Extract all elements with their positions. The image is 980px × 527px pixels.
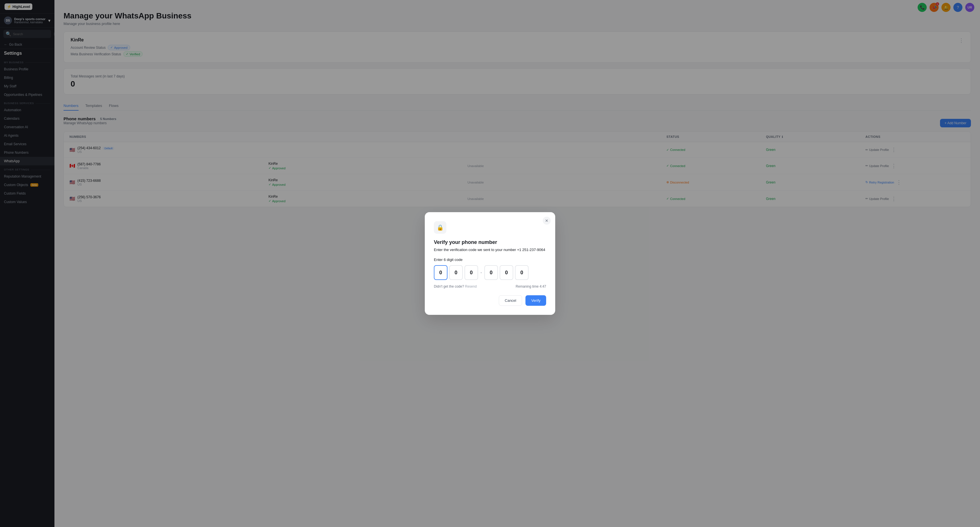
cancel-button[interactable]: Cancel bbox=[499, 295, 522, 306]
lock-icon: 🔒 bbox=[434, 221, 446, 234]
code-inputs: - bbox=[434, 265, 546, 280]
remaining-time: Remaning time 4:47 bbox=[516, 285, 546, 288]
code-digit-1[interactable] bbox=[434, 265, 447, 280]
code-separator: - bbox=[480, 270, 483, 276]
code-digit-3[interactable] bbox=[465, 265, 478, 280]
code-digit-2[interactable] bbox=[449, 265, 463, 280]
code-digit-6[interactable] bbox=[515, 265, 528, 280]
resend-row: Didn't get the code? Resend Remaning tim… bbox=[434, 285, 546, 288]
verify-phone-modal: ✕ 🔒 Verify your phone number Enter the v… bbox=[425, 212, 555, 315]
code-digit-4[interactable] bbox=[484, 265, 498, 280]
code-digit-5[interactable] bbox=[500, 265, 513, 280]
modal-close-button[interactable]: ✕ bbox=[543, 217, 551, 224]
code-label: Enter 6 digit code bbox=[434, 258, 546, 262]
resend-text: Didn't get the code? bbox=[434, 285, 464, 288]
modal-actions: Cancel Verify bbox=[434, 295, 546, 306]
modal-description: Enter the verification code we sent to y… bbox=[434, 248, 546, 252]
modal-title: Verify your phone number bbox=[434, 239, 546, 245]
modal-overlay[interactable]: ✕ 🔒 Verify your phone number Enter the v… bbox=[0, 0, 980, 527]
verify-button[interactable]: Verify bbox=[525, 295, 546, 306]
resend-link: Resend bbox=[465, 285, 477, 288]
